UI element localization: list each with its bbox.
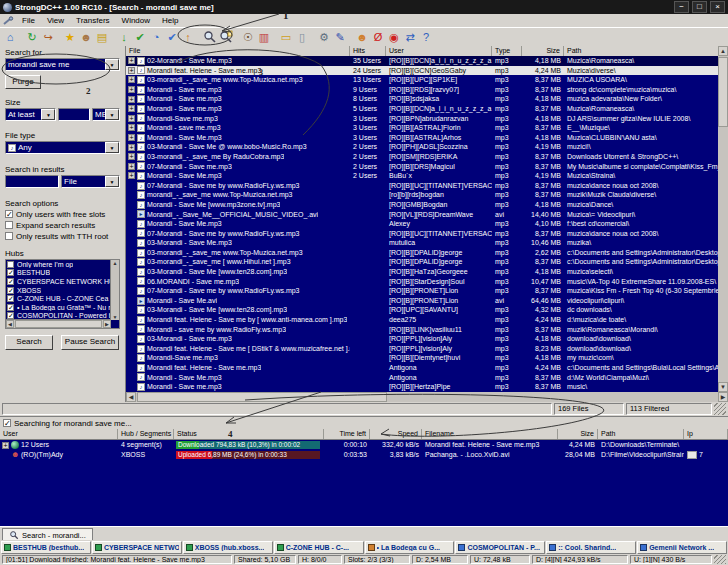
- result-row[interactable]: ♪morandi_-_save_me www.Top-Muzica.net.mp…: [126, 190, 718, 200]
- hub-list-item[interactable]: ✓ XBOSS: [6, 286, 111, 295]
- transfers-column-filename[interactable]: Filename: [422, 429, 558, 439]
- result-row[interactable]: +♪03-Morandi - Save Me @ www.bobo-Music.…: [126, 142, 718, 152]
- hubs-vertical-scrollbar[interactable]: ▲▼: [110, 260, 119, 320]
- row-expander[interactable]: +: [128, 57, 135, 64]
- transfers-column-hub-segments[interactable]: Hub / Segments: [118, 429, 174, 439]
- result-row[interactable]: +♪03-morandi_-_save_me www.Top-Muzica.ne…: [126, 75, 718, 85]
- chevron-down-icon[interactable]: ▼: [105, 176, 119, 187]
- results-column-type[interactable]: Type: [492, 46, 522, 56]
- hub-checkbox[interactable]: ✓: [7, 269, 14, 276]
- public-hubs-icon[interactable]: ⌂: [2, 30, 18, 46]
- chevron-down-icon[interactable]: ▼: [105, 59, 119, 70]
- result-row[interactable]: +♪Morandi - Save Me.mp3 2 Users BuBu`x m…: [126, 171, 718, 181]
- row-expander[interactable]: +: [128, 134, 135, 141]
- resize-grip[interactable]: [714, 555, 726, 564]
- transfers-column-speed[interactable]: Speed: [370, 429, 422, 439]
- result-row[interactable]: ♪03-Morandi - Save Me [www.ten28.com].mp…: [126, 305, 718, 315]
- hub-checkbox[interactable]: ✓: [7, 287, 14, 294]
- result-row[interactable]: ♪03-Morandi - Save Me.mp3 mutulica mp3 1…: [126, 238, 718, 248]
- reconnect-icon[interactable]: ↻: [24, 30, 40, 46]
- row-expander[interactable]: +: [128, 144, 135, 151]
- adl-search-icon[interactable]: [218, 30, 234, 46]
- result-row[interactable]: ♪Morandi - Save Me.mp3 Alexey mp3 4,10 M…: [126, 219, 718, 229]
- transfer-row[interactable]: ☻(RO)(Tm)Ady XBOSS Uploaded 6,89 MB (24,…: [0, 450, 728, 460]
- transfers-column-ip[interactable]: Ip: [684, 429, 728, 439]
- results-horizontal-scrollbar[interactable]: ◀ ▶: [126, 392, 728, 402]
- result-row[interactable]: ♪Morandi feat. Helene - Save me.mp3 Anti…: [126, 363, 718, 373]
- result-row[interactable]: +♪03-morandi_-_save_me By RaduCobra.mp3 …: [126, 152, 718, 162]
- menu-item-file[interactable]: File: [16, 16, 41, 25]
- transfers-column-size[interactable]: Size: [558, 429, 598, 439]
- result-row[interactable]: +♪Morandi feat. Helene - Save me.mp3 24 …: [126, 66, 718, 76]
- row-expander[interactable]: +: [128, 115, 135, 122]
- close-button[interactable]: ×: [710, 1, 725, 13]
- result-row[interactable]: ♪Morandi - Save me.mp3 [RO][B][Hertza]Pi…: [126, 382, 718, 392]
- hub-checkbox[interactable]: ✓: [7, 304, 14, 311]
- hub-tab[interactable]: BESTHUB (besthub...: [1, 541, 91, 554]
- follow-redirect-icon[interactable]: ↪: [40, 30, 56, 46]
- searching-checkbox[interactable]: ✓: [3, 419, 11, 427]
- results-column-user[interactable]: User: [386, 46, 492, 56]
- finished-downloads-icon[interactable]: ✔: [132, 30, 148, 46]
- limiter-icon[interactable]: Ø: [370, 30, 386, 46]
- option-checkbox[interactable]: [5, 232, 13, 240]
- result-row[interactable]: ♪Morandi-Save me.mp3 [RO][B][Diemtynet]h…: [126, 353, 718, 363]
- favorite-hubs-icon[interactable]: ★: [62, 30, 78, 46]
- row-expander[interactable]: +: [128, 76, 135, 83]
- row-expander[interactable]: +: [128, 86, 135, 93]
- help-icon[interactable]: ?: [418, 30, 434, 46]
- result-row[interactable]: ♪Morandi - Save Me [www.mp3zone.tv].mp3 …: [126, 200, 718, 210]
- result-row[interactable]: ♪03-Morandi - Save Me [www.ten28.com].mp…: [126, 267, 718, 277]
- row-expander[interactable]: +: [128, 153, 135, 160]
- results-column-path[interactable]: Path: [564, 46, 728, 56]
- resize-grip[interactable]: [714, 403, 726, 415]
- favorite-users-icon[interactable]: ☻: [78, 30, 94, 46]
- restore-button[interactable]: □: [692, 1, 707, 13]
- result-row[interactable]: ♪03-morandi_-_save_me [ www.Hihui.net ].…: [126, 257, 718, 267]
- hub-list-item[interactable]: Only where I'm op: [6, 260, 111, 269]
- result-row[interactable]: +♪02-Morandi - Save Me.mp3 35 Users [RO]…: [126, 56, 718, 66]
- hub-tab[interactable]: :: Cool. Sharind...: [546, 541, 636, 554]
- open-own-filelist-icon[interactable]: ▯: [294, 30, 310, 46]
- download-queue-icon[interactable]: ↓: [116, 30, 132, 46]
- result-row[interactable]: ♪Morandi - Save Me.mp3 Antigona mp3 8,37…: [126, 373, 718, 383]
- result-row[interactable]: ♪07-Morandi - Save me by www.RadioFLy.ws…: [126, 229, 718, 239]
- network-statistics-icon[interactable]: ▥: [256, 30, 272, 46]
- hub-checkbox[interactable]: ✓: [7, 278, 14, 285]
- results-column-hits[interactable]: Hits: [350, 46, 386, 56]
- menu-item-view[interactable]: View: [41, 16, 70, 25]
- chevron-down-icon[interactable]: ▼: [105, 142, 119, 153]
- result-row[interactable]: ♪Morandi feat. Helene - Save me by [ www…: [126, 315, 718, 325]
- search-input[interactable]: morandi save me: [6, 59, 105, 70]
- result-row[interactable]: ▸Morandi - Save Me.avi [RO][B][PRONET]Li…: [126, 296, 718, 306]
- notepad-icon[interactable]: ✎: [332, 30, 348, 46]
- hub-tab[interactable]: CYBERSPACE NETWO...: [92, 541, 182, 554]
- hub-checkbox[interactable]: [7, 261, 14, 268]
- upload-queue-icon[interactable]: ↑: [180, 30, 196, 46]
- transfers-column-user[interactable]: User: [0, 429, 118, 439]
- result-row[interactable]: ♪Morandi - save me by www.RadioFly.ws.mp…: [126, 325, 718, 335]
- result-row[interactable]: ♪07-Morandi - Save me by www.RadioFLy.ws…: [126, 181, 718, 191]
- row-expander[interactable]: +: [128, 172, 135, 179]
- results-column-file[interactable]: File: [126, 46, 350, 56]
- size-unit-combo[interactable]: MB ▼: [92, 108, 120, 121]
- hub-list-item[interactable]: ✓ C-ZONE HUB - C-ZONE Cea mai m: [6, 294, 111, 303]
- pause-search-button[interactable]: Pause Search: [61, 335, 119, 350]
- menu-item-help[interactable]: Help: [156, 16, 184, 25]
- purge-button[interactable]: Purge: [5, 75, 41, 89]
- minimize-button[interactable]: −: [674, 1, 689, 13]
- result-row[interactable]: ▸Morandi_-_Save_Me__OFFICIAL_MUSIC_VIDEO…: [126, 210, 718, 220]
- transfers-column-time-left[interactable]: Time left: [324, 429, 370, 439]
- search-spy-icon[interactable]: ☉: [240, 30, 256, 46]
- option-checkbox[interactable]: ✓: [5, 210, 13, 218]
- result-row[interactable]: ♪03-morandi_-_save_me www.Top-Muzica.net…: [126, 248, 718, 258]
- hub-tab[interactable]: COSMOPOLITAN - P...: [455, 541, 545, 554]
- hub-tab[interactable]: • La Bodega cu G...: [365, 541, 455, 554]
- result-row[interactable]: ♪07-Morandi - Save me by www.RadioFLy.ws…: [126, 286, 718, 296]
- row-expander[interactable]: +: [128, 163, 135, 170]
- search-in-input[interactable]: [5, 175, 59, 188]
- results-column-size[interactable]: Size: [522, 46, 564, 56]
- row-expander[interactable]: +: [128, 124, 135, 131]
- chevron-down-icon[interactable]: ▼: [41, 109, 55, 120]
- result-row[interactable]: +♪Morandi - Save me.mp3 5 Users [RO][B][…: [126, 104, 718, 114]
